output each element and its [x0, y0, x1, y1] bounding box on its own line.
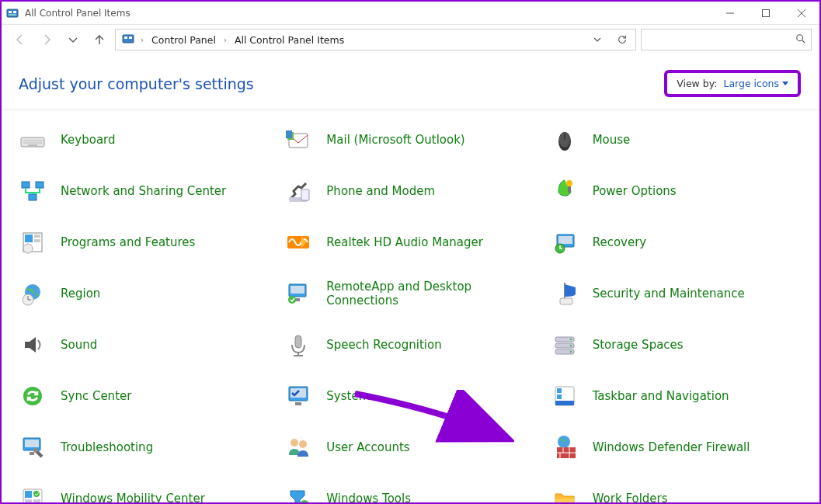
control-panel-item[interactable]: Programs and Features: [16, 224, 273, 261]
breadcrumb-root[interactable]: Control Panel: [150, 31, 217, 49]
window-title: All Control Panel Items: [25, 8, 130, 19]
address-dropdown-button[interactable]: [589, 35, 606, 44]
item-label: Sound: [61, 338, 97, 352]
minimize-button[interactable]: [712, 2, 748, 25]
svg-point-71: [558, 436, 570, 448]
troubleshoot-icon: [16, 430, 50, 464]
item-label: Sync Center: [61, 389, 131, 403]
item-label: Speech Recognition: [326, 338, 441, 352]
svg-rect-33: [34, 239, 40, 242]
svg-rect-25: [29, 194, 37, 200]
svg-point-57: [23, 387, 42, 405]
control-panel-item[interactable]: Windows Tools: [281, 480, 539, 504]
control-panel-item[interactable]: Windows Mobility Center: [16, 480, 273, 504]
control-panel-item[interactable]: Taskbar and Navigation: [548, 377, 805, 415]
titlebar: All Control Panel Items: [2, 2, 819, 25]
control-panel-item[interactable]: Storage Spaces: [548, 326, 805, 363]
item-label: RemoteApp and Desktop Connections: [326, 280, 497, 308]
control-panel-item[interactable]: Work Folders: [548, 480, 805, 504]
recent-locations-button[interactable]: [62, 29, 84, 50]
control-panel-item[interactable]: Troubleshooting: [16, 429, 273, 466]
control-panel-item[interactable]: Realtek HD Audio Manager: [281, 224, 539, 261]
chevron-right-icon[interactable]: ›: [137, 36, 147, 44]
items-grid: Keyboard Mail (Microsoft Outlook) Mouse …: [2, 110, 819, 504]
svg-point-80: [33, 491, 40, 497]
svg-point-70: [299, 440, 307, 448]
item-label: Taskbar and Navigation: [593, 389, 729, 403]
search-box[interactable]: [641, 29, 812, 50]
phone-icon: [281, 174, 315, 208]
control-panel-item[interactable]: Phone and Modem: [281, 172, 539, 210]
up-button[interactable]: [89, 29, 110, 50]
item-label: Region: [61, 287, 100, 301]
address-bar[interactable]: › Control Panel › All Control Panel Item…: [115, 29, 636, 50]
control-panel-item[interactable]: Mail (Microsoft Outlook): [281, 121, 539, 158]
firewall-icon: [548, 430, 582, 464]
item-label: Mail (Microsoft Outlook): [326, 133, 464, 147]
svg-rect-79: [25, 491, 32, 498]
svg-rect-16: [28, 144, 37, 146]
close-button[interactable]: [784, 2, 819, 25]
control-panel-item[interactable]: RemoteApp and Desktop Connections: [281, 275, 539, 312]
header-row: Adjust your computer's settings View by:…: [2, 54, 819, 110]
svg-rect-23: [22, 182, 30, 188]
svg-rect-44: [290, 286, 304, 294]
control-panel-item[interactable]: Power Options: [548, 172, 805, 210]
svg-point-55: [569, 345, 571, 346]
system-icon: [281, 379, 315, 413]
remoteapp-icon: [281, 276, 315, 311]
view-by-value[interactable]: Large icons: [723, 78, 788, 89]
item-label: Programs and Features: [61, 235, 195, 249]
item-label: Work Folders: [593, 492, 668, 504]
svg-rect-66: [25, 440, 39, 447]
svg-rect-82: [33, 499, 40, 504]
control-panel-item[interactable]: Sound: [16, 326, 273, 363]
view-by-control[interactable]: View by: Large icons: [664, 70, 801, 97]
storage-icon: [548, 328, 582, 362]
forward-button[interactable]: [36, 29, 57, 50]
svg-rect-60: [295, 402, 301, 405]
control-panel-icon: [122, 33, 134, 47]
item-label: Storage Spaces: [593, 338, 684, 352]
back-button[interactable]: [9, 29, 31, 50]
svg-point-83: [300, 500, 309, 504]
svg-rect-19: [286, 130, 292, 138]
audio-icon: [281, 225, 315, 259]
maximize-button[interactable]: [748, 2, 784, 25]
breadcrumb-current[interactable]: All Control Panel Items: [233, 31, 346, 49]
item-label: Realtek HD Audio Manager: [326, 235, 483, 249]
item-label: System: [326, 389, 370, 403]
region-icon: [16, 276, 50, 311]
control-panel-item[interactable]: Speech Recognition: [281, 326, 539, 363]
item-label: Power Options: [593, 184, 677, 198]
svg-rect-31: [25, 235, 33, 242]
control-panel-item[interactable]: Recovery: [548, 224, 805, 261]
control-panel-item[interactable]: User Accounts: [281, 429, 539, 466]
control-panel-item[interactable]: Mouse: [548, 121, 805, 158]
search-input[interactable]: [642, 34, 795, 45]
refresh-button[interactable]: [614, 34, 631, 45]
control-panel-item[interactable]: Region: [16, 275, 273, 312]
control-panel-item[interactable]: Windows Defender Firewall: [548, 429, 805, 466]
control-panel-item[interactable]: Sync Center: [16, 377, 273, 415]
search-icon[interactable]: [795, 33, 806, 47]
svg-point-54: [569, 339, 571, 340]
recovery-icon: [548, 225, 582, 259]
svg-rect-1: [9, 11, 12, 13]
svg-rect-3: [9, 14, 16, 16]
item-label: Keyboard: [61, 133, 116, 147]
svg-rect-2: [13, 11, 16, 13]
sound-icon: [16, 328, 50, 362]
control-panel-item[interactable]: Network and Sharing Center: [16, 172, 273, 210]
security-icon: [548, 276, 582, 311]
control-panel-item[interactable]: System: [281, 377, 539, 415]
svg-rect-5: [763, 9, 770, 16]
svg-rect-37: [558, 236, 572, 244]
svg-rect-64: [557, 395, 562, 399]
svg-rect-62: [555, 401, 574, 405]
item-label: Network and Sharing Center: [61, 184, 226, 198]
chevron-right-icon[interactable]: ›: [221, 36, 230, 44]
svg-rect-47: [560, 298, 572, 304]
control-panel-item[interactable]: Security and Maintenance: [548, 275, 805, 312]
control-panel-item[interactable]: Keyboard: [16, 121, 273, 158]
